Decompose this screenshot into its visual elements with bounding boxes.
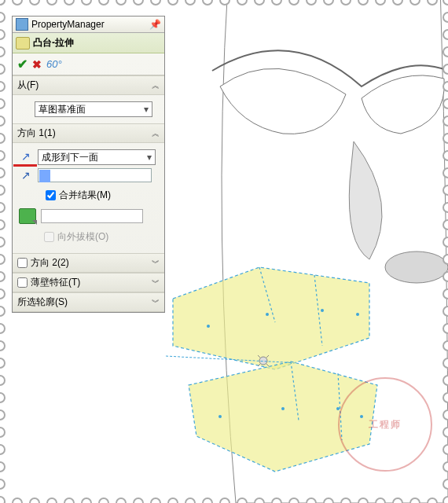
cancel-button[interactable]: ✖: [32, 58, 42, 71]
feature-name: 凸台-拉伸: [33, 36, 74, 50]
section-from-header[interactable]: 从(F) ︽: [13, 75, 164, 95]
section-contours-label: 所选轮廓(S): [17, 296, 68, 309]
section-direction2-label: 方向 2(2): [31, 256, 69, 270]
feature-scope-field[interactable]: [41, 209, 143, 223]
detailed-preview-button[interactable]: 60°: [46, 58, 62, 70]
section-direction1-header[interactable]: 方向 1(1) ︽: [13, 123, 164, 143]
svg-point-5: [281, 407, 285, 410]
direction-reference-field[interactable]: [38, 168, 152, 182]
action-row: ✔ ✖ 60°: [13, 53, 164, 75]
from-condition-combo[interactable]: 草图基准面 ▾: [35, 101, 152, 117]
watermark-stamp: 工程师: [338, 377, 432, 472]
panel-title: PropertyManager: [31, 19, 105, 30]
chevron-up-icon: ︽: [152, 128, 160, 139]
thin-feature-enable-checkbox[interactable]: [17, 277, 28, 288]
feature-header: 凸台-拉伸: [13, 33, 164, 53]
direction-vector-icon[interactable]: ↗: [19, 168, 33, 182]
svg-point-1: [266, 313, 269, 316]
svg-point-2: [321, 309, 324, 312]
end-condition-value: 成形到下一面: [42, 151, 98, 164]
ok-button[interactable]: ✔: [17, 57, 28, 72]
boss-extrude-icon: [16, 37, 30, 50]
svg-point-3: [207, 325, 210, 328]
chevron-down-icon: ︾: [152, 277, 160, 288]
graphics-viewport[interactable]: 工程师: [165, 0, 448, 503]
feature-scope-icon[interactable]: [19, 208, 36, 224]
chevron-up-icon: ︽: [152, 80, 160, 91]
chevron-down-icon: ▾: [147, 152, 152, 163]
section-thin-header[interactable]: 薄壁特征(T) ︾: [13, 273, 164, 292]
merge-result-checkbox[interactable]: [46, 190, 56, 200]
draft-outward-label: 向外拔模(O): [57, 230, 108, 244]
section-from-label: 从(F): [17, 79, 39, 92]
panel-titlebar: PropertyManager 📌: [13, 17, 164, 33]
panel-icon: [16, 18, 28, 31]
section-direction1-label: 方向 1(1): [17, 127, 56, 140]
direction2-enable-checkbox[interactable]: [17, 258, 28, 268]
chevron-down-icon: ︾: [152, 258, 160, 269]
section-thin-label: 薄壁特征(T): [31, 276, 80, 289]
chevron-down-icon: ︾: [152, 297, 160, 308]
svg-point-6: [336, 407, 340, 410]
draft-outward-checkbox: [44, 232, 54, 242]
chevron-down-icon: ▾: [144, 104, 149, 115]
from-condition-value: 草图基准面: [39, 103, 86, 116]
end-condition-combo[interactable]: 成形到下一面 ▾: [38, 149, 156, 165]
section-contours-header[interactable]: 所选轮廓(S) ︾: [13, 292, 164, 312]
svg-point-4: [356, 313, 359, 316]
pin-icon[interactable]: 📌: [149, 19, 161, 30]
section-direction2-header[interactable]: 方向 2(2) ︾: [13, 253, 164, 273]
annotation-underline: [13, 164, 37, 167]
merge-result-label: 合并结果(M): [59, 189, 111, 202]
svg-point-0: [385, 252, 448, 283]
reverse-direction-button[interactable]: ↗: [19, 149, 33, 163]
svg-point-7: [218, 415, 222, 418]
